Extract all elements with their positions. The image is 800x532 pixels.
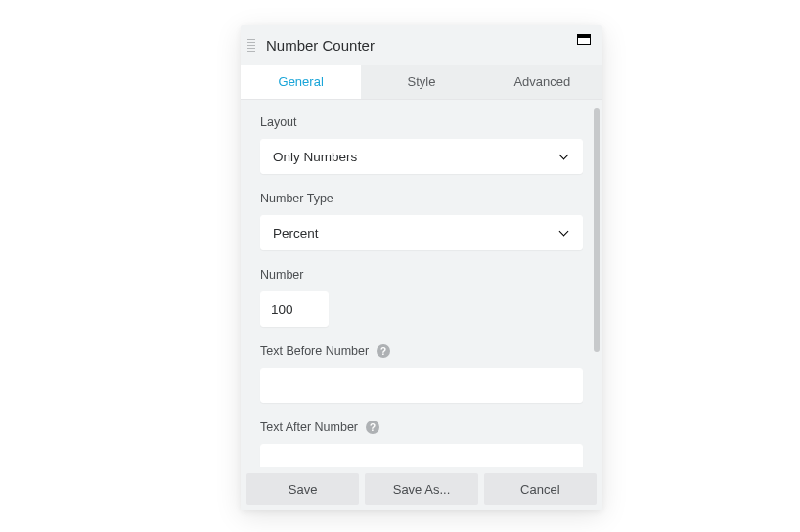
save-button[interactable]: Save: [246, 473, 359, 505]
number-type-select[interactable]: Percent: [260, 215, 583, 250]
tabs: General Style Advanced: [241, 65, 602, 100]
panel-title: Number Counter: [262, 37, 577, 54]
number-input[interactable]: [260, 291, 329, 327]
chevron-down-icon: [560, 154, 570, 159]
text-after-input[interactable]: [260, 444, 583, 467]
window-icon[interactable]: [577, 34, 591, 45]
layout-field: Layout Only Numbers: [260, 115, 583, 174]
cancel-button[interactable]: Cancel: [484, 473, 597, 505]
text-before-field: Text Before Number ?: [260, 344, 583, 403]
text-after-field: Text After Number ?: [260, 421, 583, 467]
scrollbar[interactable]: [594, 108, 600, 352]
text-before-label-text: Text Before Number: [260, 344, 369, 358]
settings-panel: Number Counter General Style Advanced La…: [241, 25, 602, 510]
drag-handle-icon[interactable]: [241, 25, 262, 65]
tab-general[interactable]: General: [241, 65, 361, 99]
number-type-label: Number Type: [260, 192, 583, 205]
number-label: Number: [260, 268, 583, 282]
text-after-label-text: Text After Number: [260, 421, 358, 434]
panel-footer: Save Save As... Cancel: [241, 467, 602, 510]
help-icon[interactable]: ?: [366, 421, 379, 434]
number-field: Number: [260, 268, 583, 327]
save-as-button[interactable]: Save As...: [365, 473, 477, 505]
panel-header: Number Counter: [241, 25, 602, 65]
text-after-label: Text After Number ?: [260, 421, 583, 434]
number-type-field: Number Type Percent: [260, 192, 583, 250]
chevron-down-icon: [560, 230, 570, 236]
help-icon[interactable]: ?: [377, 344, 390, 358]
text-before-label: Text Before Number ?: [260, 344, 583, 358]
tab-advanced[interactable]: Advanced: [482, 65, 602, 99]
layout-label: Layout: [260, 115, 583, 129]
layout-select[interactable]: Only Numbers: [260, 139, 583, 174]
number-type-value: Percent: [273, 226, 319, 241]
text-before-input[interactable]: [260, 368, 583, 403]
layout-value: Only Numbers: [273, 150, 357, 164]
panel-content: Layout Only Numbers Number Type Percent …: [241, 100, 602, 467]
tab-style[interactable]: Style: [361, 65, 481, 99]
